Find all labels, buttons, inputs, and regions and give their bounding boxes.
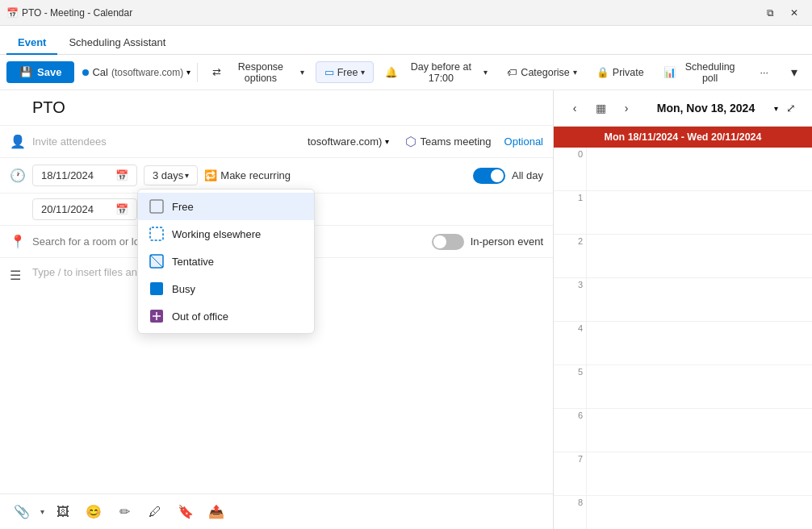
time-row-2: 2 <box>554 235 812 278</box>
title-content <box>32 97 543 119</box>
duration-chevron-icon: ▾ <box>185 171 189 180</box>
time-slot-0 <box>586 148 812 190</box>
image-button[interactable]: 🖼 <box>51 500 75 524</box>
tab-event[interactable]: Event <box>6 31 57 55</box>
time-slot-8 <box>586 496 812 529</box>
dropdown-item-out-of-office[interactable]: Out of office <box>138 302 314 330</box>
duration-value: 3 days <box>153 169 183 181</box>
in-person-toggle[interactable] <box>432 234 464 250</box>
save-button[interactable]: 💾 Save <box>6 61 74 83</box>
duration-badge[interactable]: 3 days ▾ <box>144 165 198 185</box>
attendees-icon: 👤 <box>10 134 26 149</box>
attendee-email: tosoftware.com) <box>308 135 382 148</box>
all-day-toggle-container: All day <box>473 168 543 184</box>
time-row-5: 5 <box>554 365 812 409</box>
response-options-chevron-icon: ▾ <box>300 68 304 77</box>
more-options-button[interactable]: ··· <box>752 63 776 82</box>
date-icon: 🕐 <box>10 168 32 183</box>
free-label: Free <box>172 201 194 213</box>
time-label-0: 0 <box>554 148 586 190</box>
save-icon: 💾 <box>19 66 32 78</box>
emoji-button[interactable]: 😊 <box>82 500 106 524</box>
free-status-icon <box>149 199 164 214</box>
working-elsewhere-label: Working elsewhere <box>172 228 261 240</box>
calendar-panel: ‹ ▦ › Mon, Nov 18, 2024 ▾ ⤢ Mon 18/11/20… <box>554 90 812 529</box>
time-row-7: 7 <box>554 452 812 496</box>
time-row-4: 4 <box>554 322 812 365</box>
app-icon: 📅 <box>6 7 19 19</box>
dropdown-item-busy[interactable]: Busy <box>138 275 314 302</box>
time-label-1: 1 <box>554 191 586 234</box>
free-status-dropdown: Free Working elsewhere Tentative Bus <box>137 189 315 334</box>
form-area: 👤 Invite attendees tosoftware.com) ▾ ⬡ T… <box>0 90 554 529</box>
attendees-left: 👤 Invite attendees <box>10 134 308 149</box>
time-slot-7 <box>586 452 812 495</box>
time-label-3: 3 <box>554 278 586 321</box>
calendar-time-grid: 0 1 2 3 4 5 6 <box>554 148 812 529</box>
event-title-input[interactable] <box>32 97 543 119</box>
dropdown-item-free[interactable]: Free <box>138 193 314 220</box>
in-person-container: In-person event <box>432 234 543 250</box>
date-calendar-icon: 📅 <box>115 169 128 181</box>
restore-button[interactable]: ⧉ <box>759 2 781 24</box>
attach-button[interactable]: 📎 <box>10 500 34 524</box>
date-end-calendar-icon: 📅 <box>115 203 128 215</box>
scheduling-poll-button[interactable]: 📊 Scheduling poll <box>655 57 749 88</box>
window-title-area: 📅 PTO - Meeting - Calendar <box>6 7 132 19</box>
attach-chevron-icon: ▾ <box>40 507 44 516</box>
main-content: 👤 Invite attendees tosoftware.com) ▾ ⬡ T… <box>0 90 812 529</box>
cal-today-button[interactable]: ▦ <box>589 97 612 119</box>
in-person-label: In-person event <box>471 235 543 248</box>
time-row-1: 1 <box>554 191 812 235</box>
time-label-4: 4 <box>554 322 586 364</box>
cal-header-right: ▾ ⤢ <box>774 97 802 119</box>
response-options-label: Response options <box>224 61 297 84</box>
reminder-label: Day before at 17:00 <box>401 61 480 84</box>
draw-button[interactable]: ✏ <box>112 500 136 524</box>
tentative-icon <box>149 254 164 269</box>
dropdown-item-tentative[interactable]: Tentative <box>138 248 314 275</box>
cal-expand-button[interactable]: ⤢ <box>780 97 802 119</box>
more-options-icon: ··· <box>760 67 768 78</box>
make-recurring-button[interactable]: 🔁 Make recurring <box>204 169 291 181</box>
optional-link[interactable]: Optional <box>504 135 543 148</box>
make-recurring-label: Make recurring <box>220 169 291 181</box>
time-label-6: 6 <box>554 409 586 452</box>
bookmark-button[interactable]: 🔖 <box>174 500 198 524</box>
categorise-button[interactable]: 🏷 Categorise ▾ <box>499 63 584 82</box>
time-label-8: 8 <box>554 496 586 529</box>
date-end-value: 20/11/2024 <box>41 203 94 215</box>
tab-scheduling-assistant[interactable]: Scheduling Assistant <box>57 31 177 55</box>
all-day-toggle[interactable] <box>473 168 505 184</box>
cal-prev-button[interactable]: ‹ <box>563 97 586 119</box>
invite-attendees-label: Invite attendees <box>32 135 107 148</box>
cal-next-button[interactable]: › <box>615 97 638 119</box>
calendar-chevron-icon: ▾ <box>186 68 190 77</box>
busy-label: Busy <box>172 283 195 295</box>
date-start-value: 18/11/2024 <box>41 169 94 181</box>
window-controls: ⧉ ✕ <box>759 2 806 24</box>
close-button[interactable]: ✕ <box>783 2 806 24</box>
nav-tabs: Event Scheduling Assistant <box>0 26 812 55</box>
private-label: Private <box>613 67 644 78</box>
collapse-button[interactable]: ▾ <box>783 60 806 84</box>
event-title-row <box>0 90 553 126</box>
reminder-button[interactable]: 🔔 Day before at 17:00 ▾ <box>377 57 496 88</box>
attendee-email-area: tosoftware.com) ▾ ⬡ Teams meeting <box>308 134 492 149</box>
main-toolbar: 💾 Save Cal (tosoftware.com) ▾ ⇄ Response… <box>0 55 812 90</box>
time-slot-1 <box>586 191 812 234</box>
free-status-button[interactable]: ▭ Free ▾ <box>316 61 375 83</box>
scheduling-poll-label: Scheduling poll <box>680 61 741 84</box>
calendar-title[interactable]: Mon, Nov 18, 2024 <box>657 102 755 115</box>
pen-button[interactable]: 🖊 <box>143 500 167 524</box>
dropdown-item-working-elsewhere[interactable]: Working elsewhere <box>138 220 314 248</box>
location-icon: 📍 <box>10 234 32 249</box>
share-button[interactable]: 📤 <box>204 500 228 524</box>
cal-nav: ‹ ▦ › <box>563 97 638 119</box>
date-start-input[interactable]: 18/11/2024 📅 <box>32 165 137 186</box>
private-button[interactable]: 🔒 Private <box>588 62 652 82</box>
response-options-button[interactable]: ⇄ Response options ▾ <box>204 57 312 88</box>
time-label-5: 5 <box>554 365 586 408</box>
date-end-input[interactable]: 20/11/2024 📅 <box>32 198 137 220</box>
window-title: PTO - Meeting - Calendar <box>22 7 132 19</box>
